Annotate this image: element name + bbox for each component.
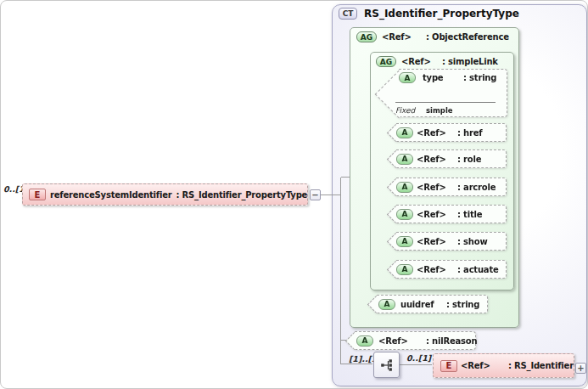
attribute-nil-reason-name: <Ref> [378, 336, 421, 346]
facet-separator [395, 102, 496, 103]
attribute-href-type: : href [457, 128, 482, 138]
attribute-icon: A [396, 127, 413, 138]
attribute-icon: A [396, 236, 413, 247]
rs-identifier-type: : RS_Identifier [508, 361, 574, 370]
element-icon: E [440, 360, 457, 372]
root-element-node[interactable]: E referenceSystemIdentifier : RS_Identif… [22, 183, 308, 206]
facet-row-fixed: Fixed simple [395, 106, 503, 115]
attribute-icon: A [399, 72, 416, 83]
attribute-role-type: : role [457, 155, 481, 164]
attribute-type[interactable]: A type : string Fixed simple Form Qualif… [399, 69, 507, 117]
attribute-uuidref[interactable]: A uuidref : string [377, 295, 488, 313]
attribute-actuate-name: <Ref> [417, 265, 454, 274]
attribute-icon: A [396, 182, 413, 193]
simple-link-name: <Ref> [401, 57, 437, 66]
attribute-group-object-reference[interactable]: AG <Ref> : ObjectReference AG <Ref> : si… [350, 27, 519, 328]
object-reference-name: <Ref> [382, 32, 421, 42]
attribute-nil-reason-type: : nilReason [426, 336, 477, 346]
attribute-icon: A [396, 209, 413, 220]
facet-fixed-value: simple [426, 106, 453, 115]
element-icon: E [29, 189, 46, 200]
attribute-uuidref-type: : string [446, 300, 479, 309]
attribute-group-icon: AG [376, 56, 396, 67]
attribute-group-simple-link[interactable]: AG <Ref> : simpleLink A type : string Fi… [370, 52, 514, 290]
attribute-nil-reason[interactable]: A <Ref> : nilReason [355, 331, 476, 350]
complex-type-title: RS_Identifier_PropertyType [364, 8, 519, 20]
attribute-icon: A [356, 335, 373, 347]
attribute-arcrole-type: : arcrole [457, 183, 496, 192]
minus-icon: − [311, 191, 318, 200]
attribute-icon: A [378, 299, 395, 310]
complex-type-header: CT RS_Identifier_PropertyType [339, 8, 519, 20]
attribute-type-datatype: : string [463, 73, 496, 82]
attribute-group-icon: AG [356, 31, 377, 42]
expand-toggle[interactable]: + [575, 363, 586, 374]
attribute-arcrole-name: <Ref> [417, 183, 454, 192]
attribute-role-name: <Ref> [417, 155, 454, 164]
attribute-href[interactable]: A <Ref> : href [396, 123, 507, 142]
attribute-type-row: A type : string [399, 72, 507, 83]
attribute-show-name: <Ref> [417, 237, 454, 246]
attribute-icon: A [396, 154, 413, 165]
simple-link-type: : simpleLink [442, 57, 498, 66]
attribute-show[interactable]: A <Ref> : show [396, 232, 507, 251]
root-element-name: referenceSystemIdentifier [50, 190, 172, 200]
sequence-compositor-icon [379, 358, 395, 373]
attribute-icon: A [396, 264, 413, 275]
attribute-title[interactable]: A <Ref> : title [396, 205, 507, 223]
attribute-title-name: <Ref> [417, 210, 454, 219]
attribute-show-type: : show [457, 237, 487, 246]
attribute-type-name: type [423, 73, 456, 82]
attribute-title-type: : title [457, 210, 482, 219]
attribute-href-name: <Ref> [417, 128, 454, 138]
complex-type-panel[interactable]: CT RS_Identifier_PropertyType AG <Ref> :… [332, 4, 587, 386]
object-reference-header: AG <Ref> : ObjectReference [356, 31, 509, 42]
attribute-role[interactable]: A <Ref> : role [396, 149, 507, 168]
attribute-uuidref-name: uuidref [400, 300, 441, 309]
attribute-actuate[interactable]: A <Ref> : actuate [396, 260, 507, 279]
root-element-type: : RS_Identifier_PropertyType [176, 190, 308, 200]
schema-diagram-canvas: 0..[1] E referenceSystemIdentifier : RS_… [0, 0, 588, 389]
attribute-arcrole[interactable]: A <Ref> : arcrole [396, 178, 507, 196]
object-reference-type: : ObjectReference [426, 32, 509, 42]
attribute-actuate-type: : actuate [457, 265, 499, 274]
rs-identifier-element-node[interactable]: E <Ref> : RS_Identifier [433, 353, 574, 378]
simple-link-header: AG <Ref> : simpleLink [376, 56, 498, 67]
rs-identifier-cardinality: 0..[1] [406, 353, 431, 363]
complex-type-icon: CT [339, 8, 357, 20]
facet-fixed-label: Fixed [395, 106, 426, 115]
rs-identifier-name: <Ref> [461, 361, 505, 370]
sequence-compositor[interactable] [373, 352, 400, 378]
collapse-toggle[interactable]: − [310, 189, 321, 200]
plus-icon: + [577, 364, 584, 373]
